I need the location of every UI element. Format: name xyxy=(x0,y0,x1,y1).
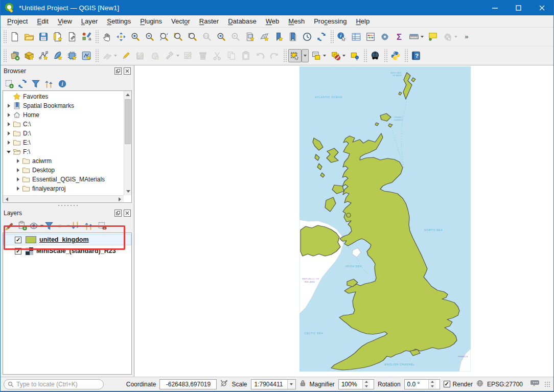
processing-toolbox-button[interactable] xyxy=(378,30,391,43)
locator-input[interactable] xyxy=(16,381,93,388)
dropdown-caret-icon[interactable] xyxy=(342,55,345,57)
expand-arrow-icon[interactable] xyxy=(14,177,21,181)
new-spatial-bookmark-button[interactable] xyxy=(272,30,285,43)
browser-item-d[interactable]: D:\ xyxy=(3,129,123,138)
scroll-right-button[interactable] xyxy=(117,196,123,202)
dropdown-caret-icon[interactable] xyxy=(323,55,326,57)
new-print-layout-button[interactable] xyxy=(51,30,64,43)
pan-to-selection-button[interactable] xyxy=(114,30,128,43)
expand-arrow-icon[interactable] xyxy=(5,104,12,108)
new-shapefile-layer-button[interactable] xyxy=(37,49,50,62)
map-tips-button[interactable] xyxy=(426,30,440,43)
new-map-view-button[interactable] xyxy=(243,30,257,43)
browser-item-home[interactable]: Home xyxy=(3,110,123,120)
magnifier-lock-icon[interactable] xyxy=(299,380,306,388)
expand-arrow-icon[interactable] xyxy=(5,141,12,145)
scale-combobox[interactable]: 1:7904411 xyxy=(251,379,296,389)
rotation-up-arrow[interactable] xyxy=(429,380,436,384)
statistical-summary-button[interactable]: Σ xyxy=(393,30,406,43)
browser-item-spatial-bookmarks[interactable]: Spatial Bookmarks xyxy=(3,101,123,110)
browser-item-desktop[interactable]: Desktop xyxy=(3,166,123,175)
select-features-dropdown-button[interactable] xyxy=(302,49,309,62)
rotation-spinbox[interactable] xyxy=(404,379,440,389)
locator-search[interactable] xyxy=(4,379,104,389)
scale-dropdown-arrow[interactable] xyxy=(287,380,295,389)
scroll-down-button[interactable] xyxy=(125,189,131,194)
map-canvas[interactable]: ATLANTIC OCEAN NORTH SEA IRISH SEA CELTI… xyxy=(134,65,553,377)
maximize-button[interactable] xyxy=(506,0,530,15)
new-virtual-layer-button[interactable] xyxy=(80,49,93,62)
crs-globe-icon[interactable] xyxy=(476,380,483,388)
magnifier-input[interactable] xyxy=(339,381,362,388)
layer-visibility-checkbox[interactable]: ✓ xyxy=(15,248,21,255)
open-attribute-table-button[interactable] xyxy=(350,30,363,43)
layers-float-button[interactable] xyxy=(114,210,122,217)
add-selected-layers-button[interactable] xyxy=(3,78,15,90)
minimize-button[interactable] xyxy=(483,0,506,15)
field-calculator-button[interactable] xyxy=(364,30,377,43)
magnifier-spinbox[interactable] xyxy=(338,379,374,389)
collapse-all-browser-button[interactable] xyxy=(43,78,55,90)
browser-item-aciwrm[interactable]: aciwrm xyxy=(3,156,123,166)
browser-item-finalyearproj[interactable]: finalyearproj xyxy=(3,184,123,193)
menu-vector[interactable]: Vector xyxy=(167,16,195,27)
show-spatial-bookmarks-button[interactable] xyxy=(286,30,299,43)
browser-item-essential-qgis-materials[interactable]: Essential_QGIS_MAterials xyxy=(3,175,123,184)
scrollbar-thumb[interactable] xyxy=(125,99,131,144)
add-group-button[interactable] xyxy=(16,220,29,232)
zoom-full-button[interactable] xyxy=(157,30,171,43)
menu-help[interactable]: Help xyxy=(351,16,374,27)
close-button[interactable] xyxy=(530,0,553,15)
zoom-in-button[interactable] xyxy=(129,30,142,43)
new-project-button[interactable] xyxy=(8,30,21,43)
layer-symbology-swatch[interactable] xyxy=(26,236,36,243)
data-source-manager-button[interactable] xyxy=(8,49,21,62)
style-manager-button[interactable]: a xyxy=(80,30,93,43)
browser-properties-button[interactable]: i xyxy=(56,78,68,90)
browser-item-favorites[interactable]: Favorites xyxy=(3,92,123,101)
zoom-last-button[interactable] xyxy=(215,30,228,43)
layer-name[interactable]: MiniScale_(standard)_R23 xyxy=(36,247,116,255)
dropdown-caret-icon[interactable] xyxy=(176,55,179,57)
zoom-to-layer-button[interactable] xyxy=(186,30,199,43)
menu-raster[interactable]: Raster xyxy=(195,16,223,27)
scroll-up-button[interactable] xyxy=(125,92,131,98)
expand-all-button[interactable] xyxy=(70,220,82,232)
extents-toggle-icon[interactable] xyxy=(220,380,228,389)
python-console-button[interactable] xyxy=(389,49,402,62)
browser-vertical-scrollbar[interactable] xyxy=(124,91,131,195)
coordinate-field[interactable]: -626483,697019 xyxy=(159,379,217,389)
dropdown-caret-icon[interactable] xyxy=(454,36,457,38)
browser-item-e[interactable]: E:\ xyxy=(3,138,123,147)
metasearch-button[interactable] xyxy=(368,49,382,62)
panel-splitter[interactable] xyxy=(1,203,134,207)
layer-visibility-checkbox[interactable]: ✓ xyxy=(15,237,21,243)
zoom-to-selection-button[interactable] xyxy=(172,30,185,43)
temporal-controller-button[interactable] xyxy=(301,30,314,43)
magnifier-down-arrow[interactable] xyxy=(363,384,370,389)
crs-status[interactable]: EPSG:27700 xyxy=(487,381,523,388)
identify-features-button[interactable]: i xyxy=(335,30,349,43)
menu-edit[interactable]: Edit xyxy=(32,16,53,27)
open-project-button[interactable] xyxy=(22,30,36,43)
help-contents-button[interactable]: ? xyxy=(409,49,423,62)
open-layer-styling-button[interactable] xyxy=(3,220,15,232)
measure-button[interactable] xyxy=(407,30,425,43)
menu-processing[interactable]: Processing xyxy=(309,16,351,27)
raster-thumbnail-icon[interactable] xyxy=(26,247,33,255)
deselect-features-button[interactable] xyxy=(329,49,347,62)
scroll-left-button[interactable] xyxy=(4,196,10,202)
browser-close-button[interactable] xyxy=(124,67,131,75)
browser-item-f[interactable]: F:\ xyxy=(3,147,123,156)
menu-settings[interactable]: Settings xyxy=(102,16,135,27)
layer-row-miniscale-standard-r23[interactable]: ✓MiniScale_(standard)_R23 xyxy=(3,245,131,257)
menu-view[interactable]: View xyxy=(53,16,77,27)
browser-item-c[interactable]: C:\ xyxy=(3,120,123,129)
select-by-form-button[interactable] xyxy=(309,49,328,62)
dropdown-caret-icon[interactable] xyxy=(114,55,117,57)
collapse-all-button[interactable] xyxy=(83,220,95,232)
menu-web[interactable]: Web xyxy=(261,16,284,27)
save-project-button[interactable] xyxy=(37,30,50,43)
render-checkbox[interactable]: ✓ xyxy=(444,381,450,387)
manage-map-themes-button[interactable] xyxy=(30,220,42,232)
